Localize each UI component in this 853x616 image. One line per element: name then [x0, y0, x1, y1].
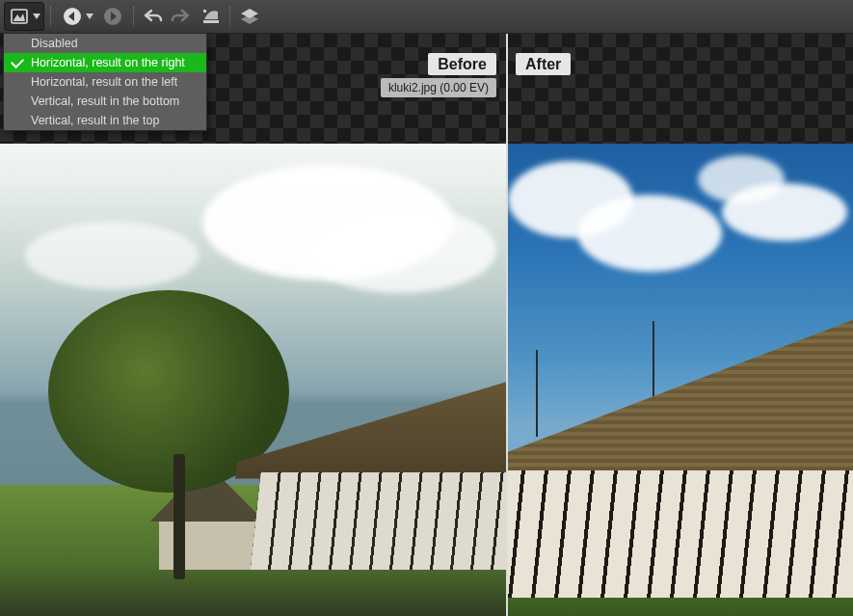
dropdown-option-horizontal-right[interactable]: Horizontal, result on the right: [4, 53, 206, 72]
arrow-left-circle-icon: [60, 4, 85, 29]
before-label: Before: [428, 53, 496, 75]
compare-mode-dropdown: Disabled Horizontal, result on the right…: [3, 33, 207, 131]
compare-mode-button[interactable]: [4, 2, 44, 31]
separator: [133, 7, 135, 26]
layers-button[interactable]: [237, 4, 262, 29]
nav-back-caret[interactable]: [85, 4, 94, 29]
option-label: Disabled: [31, 37, 78, 50]
curves-button[interactable]: [199, 4, 224, 29]
dropdown-option-vertical-bottom[interactable]: Vertical, result in the bottom: [4, 92, 206, 111]
option-label: Horizontal, result on the right: [31, 56, 185, 69]
separator: [50, 7, 52, 26]
dropdown-option-horizontal-left[interactable]: Horizontal, result on the left: [4, 72, 206, 92]
nav-back-button[interactable]: [58, 3, 96, 30]
option-label: Vertical, result in the bottom: [31, 94, 179, 108]
after-label: After: [516, 53, 571, 75]
redo-button: [168, 4, 193, 29]
image-compare-icon: [7, 4, 32, 29]
before-image: [0, 144, 506, 616]
separator: [229, 7, 231, 26]
svg-marker-5: [86, 13, 93, 19]
svg-marker-11: [241, 14, 258, 24]
after-image: [508, 144, 853, 616]
dropdown-option-vertical-top[interactable]: Vertical, result in the top: [4, 111, 206, 130]
after-pane[interactable]: After: [508, 34, 853, 616]
filename-label: kluki2.jpg (0.00 EV): [381, 78, 496, 97]
svg-marker-2: [33, 13, 40, 19]
nav-forward-button: [98, 3, 127, 30]
arrow-right-circle-icon: [100, 4, 125, 29]
option-label: Vertical, result in the top: [31, 114, 159, 127]
toolbar: [0, 0, 853, 34]
dropdown-option-disabled[interactable]: Disabled: [4, 34, 206, 53]
compare-mode-caret[interactable]: [32, 4, 41, 29]
svg-rect-8: [203, 20, 219, 23]
svg-rect-9: [203, 10, 206, 13]
option-label: Horizontal, result on the left: [31, 75, 177, 89]
svg-marker-1: [13, 13, 25, 21]
undo-button[interactable]: [141, 4, 166, 29]
